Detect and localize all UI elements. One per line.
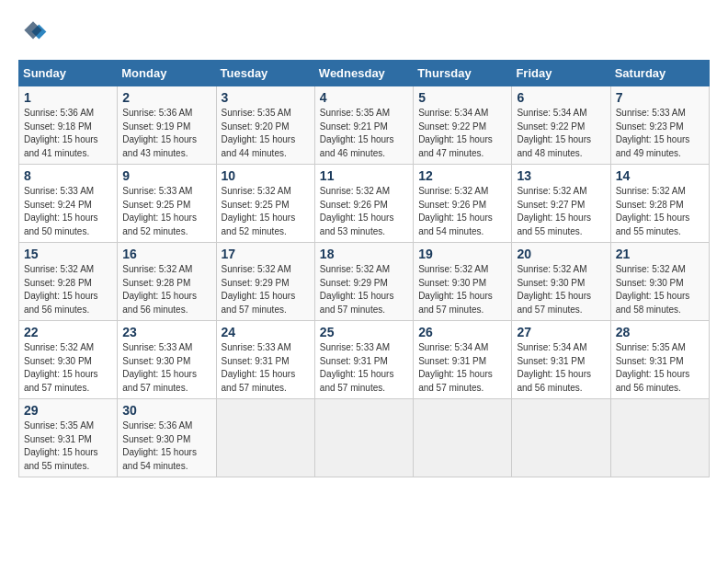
day-number: 27 bbox=[517, 325, 605, 339]
calendar-day-cell: 27 Sunrise: 5:34 AMSunset: 9:31 PMDaylig… bbox=[512, 321, 610, 399]
day-number: 26 bbox=[418, 325, 506, 339]
calendar-day-cell: 13 Sunrise: 5:32 AMSunset: 9:27 PMDaylig… bbox=[512, 165, 610, 243]
calendar-day-cell: 16 Sunrise: 5:32 AMSunset: 9:28 PMDaylig… bbox=[118, 243, 216, 321]
day-number: 18 bbox=[320, 247, 408, 261]
day-detail: Sunrise: 5:32 AMSunset: 9:28 PMDaylight:… bbox=[122, 263, 210, 316]
calendar-header-row: SundayMondayTuesdayWednesdayThursdayFrid… bbox=[19, 61, 710, 86]
day-detail: Sunrise: 5:34 AMSunset: 9:22 PMDaylight:… bbox=[418, 107, 506, 160]
header-day: Monday bbox=[118, 61, 216, 86]
calendar-day-cell: 26 Sunrise: 5:34 AMSunset: 9:31 PMDaylig… bbox=[414, 321, 512, 399]
day-number: 19 bbox=[418, 247, 506, 261]
calendar-day-cell: 29 Sunrise: 5:35 AMSunset: 9:31 PMDaylig… bbox=[19, 399, 118, 477]
day-detail: Sunrise: 5:36 AMSunset: 9:18 PMDaylight:… bbox=[24, 107, 112, 160]
day-number: 22 bbox=[24, 325, 112, 339]
day-detail: Sunrise: 5:32 AMSunset: 9:25 PMDaylight:… bbox=[222, 185, 310, 238]
day-number: 12 bbox=[418, 168, 506, 183]
day-detail: Sunrise: 5:32 AMSunset: 9:30 PMDaylight:… bbox=[418, 263, 506, 316]
day-detail: Sunrise: 5:35 AMSunset: 9:31 PMDaylight:… bbox=[24, 419, 112, 473]
day-detail: Sunrise: 5:33 AMSunset: 9:25 PMDaylight:… bbox=[122, 185, 210, 238]
day-detail: Sunrise: 5:33 AMSunset: 9:24 PMDaylight:… bbox=[24, 185, 112, 238]
calendar-week-row: 22 Sunrise: 5:32 AMSunset: 9:30 PMDaylig… bbox=[19, 321, 710, 399]
calendar-day-cell: 21 Sunrise: 5:32 AMSunset: 9:30 PMDaylig… bbox=[610, 243, 709, 321]
calendar-day-cell: 20 Sunrise: 5:32 AMSunset: 9:30 PMDaylig… bbox=[512, 243, 610, 321]
calendar-day-cell: 3 Sunrise: 5:35 AMSunset: 9:20 PMDayligh… bbox=[216, 86, 314, 165]
calendar-week-row: 1 Sunrise: 5:36 AMSunset: 9:18 PMDayligh… bbox=[19, 86, 710, 165]
day-number: 2 bbox=[122, 90, 210, 105]
calendar-day-cell: 15 Sunrise: 5:32 AMSunset: 9:28 PMDaylig… bbox=[19, 243, 118, 321]
header-day: Friday bbox=[512, 61, 610, 86]
calendar-table: SundayMondayTuesdayWednesdayThursdayFrid… bbox=[18, 60, 710, 477]
header-day: Thursday bbox=[414, 61, 512, 86]
day-detail: Sunrise: 5:35 AMSunset: 9:20 PMDaylight:… bbox=[222, 107, 310, 160]
day-detail: Sunrise: 5:32 AMSunset: 9:28 PMDaylight:… bbox=[24, 263, 112, 316]
calendar-day-cell: 22 Sunrise: 5:32 AMSunset: 9:30 PMDaylig… bbox=[19, 321, 118, 399]
day-detail: Sunrise: 5:32 AMSunset: 9:26 PMDaylight:… bbox=[418, 185, 506, 238]
day-detail: Sunrise: 5:34 AMSunset: 9:31 PMDaylight:… bbox=[517, 341, 605, 395]
day-number: 3 bbox=[222, 90, 310, 105]
calendar-day-cell: 12 Sunrise: 5:32 AMSunset: 9:26 PMDaylig… bbox=[414, 165, 512, 243]
logo bbox=[18, 18, 51, 48]
day-number: 13 bbox=[517, 168, 605, 183]
calendar-day-cell: 2 Sunrise: 5:36 AMSunset: 9:19 PMDayligh… bbox=[118, 86, 216, 165]
day-detail: Sunrise: 5:33 AMSunset: 9:31 PMDaylight:… bbox=[320, 341, 408, 395]
day-detail: Sunrise: 5:33 AMSunset: 9:23 PMDaylight:… bbox=[616, 107, 704, 160]
day-number: 11 bbox=[320, 168, 408, 183]
day-number: 28 bbox=[616, 325, 704, 339]
day-detail: Sunrise: 5:34 AMSunset: 9:31 PMDaylight:… bbox=[418, 341, 506, 395]
day-detail: Sunrise: 5:32 AMSunset: 9:27 PMDaylight:… bbox=[517, 185, 605, 238]
calendar-body: 1 Sunrise: 5:36 AMSunset: 9:18 PMDayligh… bbox=[19, 86, 710, 477]
day-detail: Sunrise: 5:36 AMSunset: 9:19 PMDaylight:… bbox=[122, 107, 210, 160]
calendar-day-cell: 8 Sunrise: 5:33 AMSunset: 9:24 PMDayligh… bbox=[19, 165, 118, 243]
calendar-day-cell: 4 Sunrise: 5:35 AMSunset: 9:21 PMDayligh… bbox=[314, 86, 413, 165]
day-number: 5 bbox=[418, 90, 506, 105]
day-number: 15 bbox=[24, 247, 112, 261]
calendar-week-row: 29 Sunrise: 5:35 AMSunset: 9:31 PMDaylig… bbox=[19, 399, 710, 477]
calendar-day-cell: 1 Sunrise: 5:36 AMSunset: 9:18 PMDayligh… bbox=[19, 86, 118, 165]
logo-icon bbox=[18, 18, 48, 48]
calendar-day-cell: 25 Sunrise: 5:33 AMSunset: 9:31 PMDaylig… bbox=[314, 321, 413, 399]
day-number: 25 bbox=[320, 325, 408, 339]
day-detail: Sunrise: 5:32 AMSunset: 9:29 PMDaylight:… bbox=[222, 263, 310, 316]
calendar-day-cell: 14 Sunrise: 5:32 AMSunset: 9:28 PMDaylig… bbox=[610, 165, 709, 243]
day-number: 6 bbox=[517, 90, 605, 105]
calendar-day-cell bbox=[314, 399, 413, 477]
calendar-day-cell: 18 Sunrise: 5:32 AMSunset: 9:29 PMDaylig… bbox=[314, 243, 413, 321]
day-number: 21 bbox=[616, 247, 704, 261]
calendar-day-cell: 17 Sunrise: 5:32 AMSunset: 9:29 PMDaylig… bbox=[216, 243, 314, 321]
calendar-day-cell bbox=[216, 399, 314, 477]
calendar-day-cell: 10 Sunrise: 5:32 AMSunset: 9:25 PMDaylig… bbox=[216, 165, 314, 243]
calendar-day-cell bbox=[414, 399, 512, 477]
calendar-day-cell: 23 Sunrise: 5:33 AMSunset: 9:30 PMDaylig… bbox=[118, 321, 216, 399]
day-detail: Sunrise: 5:32 AMSunset: 9:28 PMDaylight:… bbox=[616, 185, 704, 238]
day-detail: Sunrise: 5:32 AMSunset: 9:29 PMDaylight:… bbox=[320, 263, 408, 316]
calendar-day-cell: 9 Sunrise: 5:33 AMSunset: 9:25 PMDayligh… bbox=[118, 165, 216, 243]
day-number: 8 bbox=[24, 168, 112, 183]
day-detail: Sunrise: 5:32 AMSunset: 9:30 PMDaylight:… bbox=[616, 263, 704, 316]
day-number: 9 bbox=[122, 168, 210, 183]
day-detail: Sunrise: 5:34 AMSunset: 9:22 PMDaylight:… bbox=[517, 107, 605, 160]
calendar-day-cell: 19 Sunrise: 5:32 AMSunset: 9:30 PMDaylig… bbox=[414, 243, 512, 321]
header-day: Saturday bbox=[610, 61, 709, 86]
calendar-week-row: 15 Sunrise: 5:32 AMSunset: 9:28 PMDaylig… bbox=[19, 243, 710, 321]
calendar-day-cell: 6 Sunrise: 5:34 AMSunset: 9:22 PMDayligh… bbox=[512, 86, 610, 165]
calendar-day-cell: 5 Sunrise: 5:34 AMSunset: 9:22 PMDayligh… bbox=[414, 86, 512, 165]
calendar-day-cell: 11 Sunrise: 5:32 AMSunset: 9:26 PMDaylig… bbox=[314, 165, 413, 243]
day-number: 1 bbox=[24, 90, 112, 105]
day-number: 4 bbox=[320, 90, 408, 105]
day-detail: Sunrise: 5:32 AMSunset: 9:30 PMDaylight:… bbox=[517, 263, 605, 316]
header-day: Wednesday bbox=[314, 61, 413, 86]
calendar-week-row: 8 Sunrise: 5:33 AMSunset: 9:24 PMDayligh… bbox=[19, 165, 710, 243]
day-number: 23 bbox=[122, 325, 210, 339]
calendar-day-cell: 28 Sunrise: 5:35 AMSunset: 9:31 PMDaylig… bbox=[610, 321, 709, 399]
day-detail: Sunrise: 5:33 AMSunset: 9:31 PMDaylight:… bbox=[222, 341, 310, 395]
day-number: 20 bbox=[517, 247, 605, 261]
day-detail: Sunrise: 5:33 AMSunset: 9:30 PMDaylight:… bbox=[122, 341, 210, 395]
day-number: 7 bbox=[616, 90, 704, 105]
calendar-day-cell: 7 Sunrise: 5:33 AMSunset: 9:23 PMDayligh… bbox=[610, 86, 709, 165]
day-detail: Sunrise: 5:32 AMSunset: 9:30 PMDaylight:… bbox=[24, 341, 112, 395]
calendar-day-cell bbox=[512, 399, 610, 477]
day-number: 10 bbox=[222, 168, 310, 183]
calendar-day-cell bbox=[610, 399, 709, 477]
day-number: 16 bbox=[122, 247, 210, 261]
header-day: Sunday bbox=[19, 61, 118, 86]
